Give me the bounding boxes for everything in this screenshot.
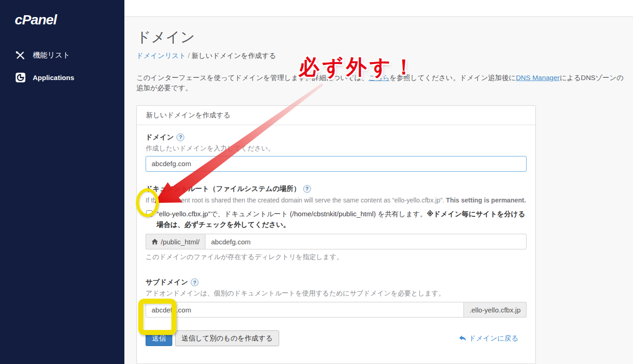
- back-link-label: ドメインに戻る: [469, 334, 518, 343]
- cpanel-logo: cPanel: [0, 0, 124, 28]
- domain-label: ドメイン ?: [146, 133, 527, 142]
- docroot-input[interactable]: [205, 234, 527, 249]
- breadcrumb: ドメインリスト / 新しいドメインを作成する: [136, 52, 629, 60]
- sidebar-item-label: 機能リスト: [33, 51, 70, 60]
- reply-arrow-icon: [459, 335, 466, 341]
- docroot-note-plain: If the document root is shared then the …: [146, 196, 446, 204]
- card-body: ドメイン ? 作成したいドメインを入力してください。 ドキュメントルート（ファイ…: [137, 125, 535, 364]
- sidebar-nav: 機能リスト Applications: [0, 44, 124, 88]
- submit-create-another-button[interactable]: 送信して別のものを作成する: [175, 330, 279, 346]
- docroot-hint: このドメインのファイルが存在するディレクトリを指定します。: [146, 253, 527, 261]
- intro-part-2: を参照してください。ドメイン追加後に: [390, 74, 516, 81]
- content-area: ドメイン ドメインリスト / 新しいドメインを作成する このインターフェースを使…: [124, 17, 633, 364]
- breadcrumb-separator: /: [186, 52, 192, 59]
- submit-button[interactable]: 送信: [146, 330, 172, 346]
- back-to-domains-link[interactable]: ドメインに戻る: [459, 334, 518, 343]
- domain-help-icon[interactable]: ?: [176, 133, 184, 141]
- docroot-label: ドキュメントルート（ファイルシステムの場所） ?: [146, 185, 527, 193]
- share-docroot-label-plain: “ello-yello.cfbx.jp”で、ドキュメントルート (/home/c…: [157, 210, 427, 218]
- subdomain-label: サブドメイン ?: [146, 278, 527, 287]
- sidebar-item-label: Applications: [33, 74, 74, 81]
- share-docroot-label: “ello-yello.cfbx.jp”で、ドキュメントルート (/home/c…: [157, 208, 527, 230]
- sidebar-item-applications[interactable]: Applications: [0, 66, 124, 88]
- domain-hint: 作成したいドメインを入力してください。: [146, 144, 527, 153]
- dns-manager-link[interactable]: DNS Manager: [516, 74, 560, 81]
- main-area: ドメイン ドメインリスト / 新しいドメインを作成する このインターフェースを使…: [124, 0, 633, 364]
- subdomain-input[interactable]: [146, 302, 464, 318]
- intro-part-1: このインターフェースを使ってドメインを管理します。詳細については、: [136, 74, 368, 81]
- topbar: [124, 0, 633, 17]
- docroot-prefix-text: /public_html/: [161, 238, 199, 246]
- card-header: 新しいドメインを作成する: [137, 106, 535, 125]
- docroot-label-text: ドキュメントルート（ファイルシステムの場所）: [146, 185, 300, 193]
- docroot-note: If the document root is shared then the …: [146, 196, 527, 204]
- sidebar: cPanel 機能リスト: [0, 0, 124, 364]
- subdomain-hint: アドオンドメインは、個別のドキュメントルートを使用するためにサブドメインを必要と…: [146, 289, 527, 298]
- breadcrumb-link-domain-list[interactable]: ドメインリスト: [136, 52, 186, 59]
- subdomain-input-group: .ello-yello.cfbx.jp: [146, 302, 527, 318]
- docroot-group: ドキュメントルート（ファイルシステムの場所） ? If the document…: [146, 185, 527, 262]
- domain-label-text: ドメイン: [146, 133, 174, 142]
- actions-row: 送信 送信して別のものを作成する ドメインに戻る: [146, 330, 527, 346]
- docroot-note-bold: This setting is permanent.: [446, 196, 526, 204]
- applications-icon: [15, 72, 26, 83]
- share-docroot-checkbox[interactable]: [146, 210, 152, 217]
- docroot-prefix-addon: /public_html/: [146, 234, 205, 249]
- intro-text: このインターフェースを使ってドメインを管理します。詳細については、こちらを参照し…: [136, 73, 629, 93]
- share-docroot-row: “ello-yello.cfbx.jp”で、ドキュメントルート (/home/c…: [146, 208, 527, 230]
- domain-group: ドメイン ? 作成したいドメインを入力してください。: [146, 133, 527, 172]
- breadcrumb-current: 新しいドメインを作成する: [192, 52, 276, 59]
- sidebar-item-feature-list[interactable]: 機能リスト: [0, 44, 124, 66]
- app-root: cPanel 機能リスト: [0, 0, 633, 364]
- home-icon: [152, 239, 158, 245]
- page-title: ドメイン: [136, 28, 629, 47]
- subdomain-help-icon[interactable]: ?: [191, 278, 199, 286]
- details-link[interactable]: こちら: [368, 74, 389, 81]
- subdomain-suffix-addon: .ello-yello.cfbx.jp: [464, 302, 527, 318]
- domain-input[interactable]: [146, 156, 527, 172]
- subdomain-group: サブドメイン ? アドオンドメインは、個別のドキュメントルートを使用するためにサ…: [146, 278, 527, 318]
- docroot-help-icon[interactable]: ?: [303, 185, 311, 193]
- docroot-input-group: /public_html/: [146, 234, 527, 249]
- tools-icon: [15, 50, 26, 61]
- subdomain-label-text: サブドメイン: [146, 278, 188, 287]
- create-domain-card: 新しいドメインを作成する ドメイン ? 作成したいドメインを入力してください。: [136, 105, 536, 364]
